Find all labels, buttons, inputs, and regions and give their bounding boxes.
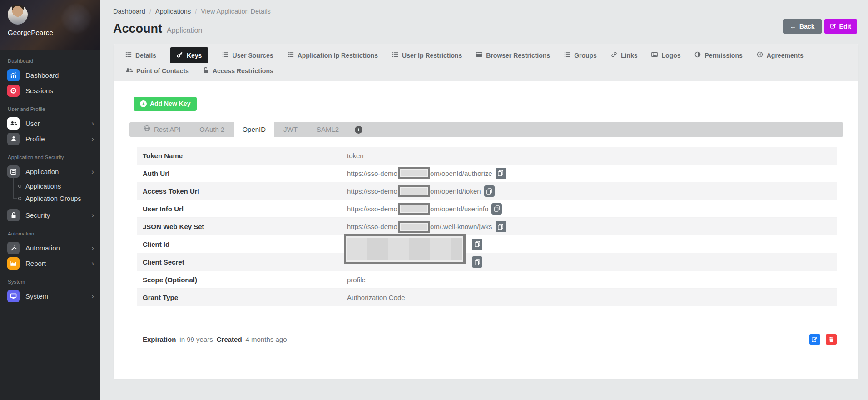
list-icon bbox=[222, 51, 228, 59]
sidebar-item-automation[interactable]: Automation › bbox=[0, 240, 100, 255]
key-tab-saml2[interactable]: SAML2 bbox=[307, 122, 348, 137]
key-type-tabs: Rest API OAuth 2 OpenID JWT SAML2 + bbox=[129, 122, 843, 137]
url-prefix: https://sso-demo bbox=[347, 223, 397, 230]
field-value: https://sso-demoom/.well-known/jwks bbox=[347, 221, 506, 233]
sidebar-item-user[interactable]: User › bbox=[0, 115, 100, 131]
tab-links[interactable]: Links bbox=[611, 51, 638, 59]
field-value: https://sso-demoom/openId/userinfo bbox=[347, 203, 502, 215]
tab-point-of-contacts[interactable]: Point of Contacts bbox=[125, 67, 189, 75]
application-detail-card: Details Keys User Sources Application Ip… bbox=[114, 44, 858, 379]
sidebar-user-panel[interactable]: GeorgePearce bbox=[0, 0, 100, 50]
expiration-value: in 99 years bbox=[179, 335, 213, 343]
url-suffix: om/.well-known/jwks bbox=[430, 223, 492, 230]
copy-button[interactable] bbox=[491, 203, 502, 215]
section-label-user-profile: User and Profile bbox=[8, 106, 100, 112]
table-row-json-web-key-set: JSON Web Key Set https://sso-demoom/.wel… bbox=[137, 218, 837, 235]
copy-button[interactable] bbox=[496, 221, 506, 232]
field-value: https://sso-demoom/openId/token bbox=[347, 185, 495, 197]
add-key-tab-button[interactable]: + bbox=[355, 126, 362, 134]
sidebar-item-applications[interactable]: Applications bbox=[0, 180, 100, 192]
tab-agreements[interactable]: Agreements bbox=[757, 51, 804, 59]
magic-wand-icon bbox=[7, 242, 20, 254]
redaction-box bbox=[398, 221, 430, 233]
field-label: Access Token Url bbox=[137, 187, 347, 195]
key-tab-jwt[interactable]: JWT bbox=[274, 122, 307, 137]
tab-groups[interactable]: Groups bbox=[564, 51, 597, 59]
tab-application-ip-restrictions[interactable]: Application Ip Restrictions bbox=[288, 51, 378, 59]
table-row-auth-url: Auth Url https://sso-demoom/openId/autho… bbox=[137, 165, 837, 182]
chart-bar-icon bbox=[7, 69, 20, 81]
url-suffix: om/openId/authorize bbox=[430, 170, 492, 177]
copy-button[interactable] bbox=[484, 185, 495, 197]
circle-half-icon bbox=[694, 51, 701, 59]
field-label: Auth Url bbox=[137, 170, 347, 177]
field-value: https://sso-demoom/openId/authorize bbox=[347, 167, 506, 179]
edit-button[interactable]: Edit bbox=[824, 19, 857, 34]
tab-logos[interactable]: Logos bbox=[651, 51, 680, 59]
tab-permissions[interactable]: Permissions bbox=[694, 51, 742, 59]
sidebar-item-system[interactable]: System › bbox=[0, 288, 100, 304]
url-prefix: https://sso-demo bbox=[347, 205, 397, 213]
copy-button[interactable] bbox=[496, 168, 506, 179]
list-icon bbox=[125, 51, 132, 59]
header-actions: ← Back Edit bbox=[783, 19, 857, 34]
edit-pencil-icon bbox=[830, 23, 836, 30]
application-submenu: Applications Application Groups bbox=[0, 180, 100, 205]
section-label-app-security: Application and Security bbox=[8, 155, 100, 160]
key-tab-oauth2[interactable]: OAuth 2 bbox=[190, 122, 234, 137]
breadcrumb-dashboard[interactable]: Dashboard bbox=[113, 8, 145, 15]
chevron-right-icon: › bbox=[91, 135, 94, 143]
tab-user-ip-restrictions[interactable]: User Ip Restrictions bbox=[392, 51, 462, 59]
key-tab-openid[interactable]: OpenID bbox=[234, 120, 274, 139]
chevron-right-icon: › bbox=[91, 120, 94, 127]
section-label-dashboard: Dashboard bbox=[8, 58, 100, 64]
detail-tabs: Details Keys User Sources Application Ip… bbox=[114, 44, 858, 81]
sidebar-item-application[interactable]: Application › bbox=[0, 164, 100, 179]
area-chart-icon bbox=[7, 257, 20, 270]
field-label: Scope (Optional) bbox=[137, 276, 347, 284]
avatar[interactable] bbox=[8, 5, 28, 25]
sidebar-item-dashboard[interactable]: Dashboard bbox=[0, 67, 100, 83]
list-icon bbox=[564, 51, 570, 59]
tab-user-sources[interactable]: User Sources bbox=[222, 51, 273, 59]
tab-browser-restrictions[interactable]: Browser Restrictions bbox=[476, 51, 550, 59]
delete-key-button[interactable] bbox=[826, 334, 837, 345]
monitor-icon bbox=[7, 290, 20, 302]
table-row-access-token-url: Access Token Url https://sso-demoom/open… bbox=[137, 182, 837, 200]
tab-access-restrictions[interactable]: Access Restrictions bbox=[203, 67, 273, 75]
main-content: Dashboard / Applications / View Applicat… bbox=[100, 0, 868, 400]
field-value: Authorization Code bbox=[347, 294, 405, 301]
add-new-key-button[interactable]: + Add New Key bbox=[134, 97, 197, 111]
edit-key-button[interactable] bbox=[809, 334, 820, 345]
field-label: JSON Web Key Set bbox=[137, 223, 347, 230]
lock-icon bbox=[7, 209, 20, 221]
sidebar-item-sessions[interactable]: Sessions bbox=[0, 83, 100, 98]
key-tab-rest-api[interactable]: Rest API bbox=[134, 122, 190, 137]
breadcrumb-applications[interactable]: Applications bbox=[155, 8, 191, 15]
key-details-table: Token Name token Auth Url https://sso-de… bbox=[137, 147, 837, 306]
redaction-box bbox=[398, 167, 430, 179]
field-label: Client Id bbox=[137, 240, 347, 248]
sidebar-item-application-groups[interactable]: Application Groups bbox=[0, 192, 100, 205]
copy-button[interactable] bbox=[472, 239, 482, 250]
key-footer: Expiration in 99 years Created 4 months … bbox=[114, 326, 858, 345]
sidebar-item-report[interactable]: Report › bbox=[0, 255, 100, 271]
tab-keys[interactable]: Keys bbox=[170, 47, 208, 63]
page-title: Account bbox=[113, 22, 162, 36]
breadcrumb-separator: / bbox=[195, 8, 197, 15]
table-row-user-info-url: User Info Url https://sso-demoom/openId/… bbox=[137, 200, 837, 218]
redaction-box bbox=[398, 185, 430, 197]
copy-button[interactable] bbox=[472, 256, 482, 268]
table-row-token-name: Token Name token bbox=[137, 147, 837, 165]
record-icon bbox=[7, 85, 20, 97]
sidebar-item-security[interactable]: Security › bbox=[0, 207, 100, 223]
sidebar-item-profile[interactable]: Profile › bbox=[0, 131, 100, 146]
url-prefix: https://sso-demo bbox=[347, 187, 397, 195]
back-button[interactable]: ← Back bbox=[783, 19, 821, 34]
section-label-system: System bbox=[8, 279, 100, 285]
tab-details[interactable]: Details bbox=[125, 51, 156, 59]
table-row-client-secret: Client Secret bbox=[137, 253, 837, 271]
sidebar: GeorgePearce Dashboard Dashboard Session… bbox=[0, 0, 100, 400]
table-row-grant-type: Grant Type Authorization Code bbox=[137, 289, 837, 306]
users-icon bbox=[7, 117, 20, 130]
